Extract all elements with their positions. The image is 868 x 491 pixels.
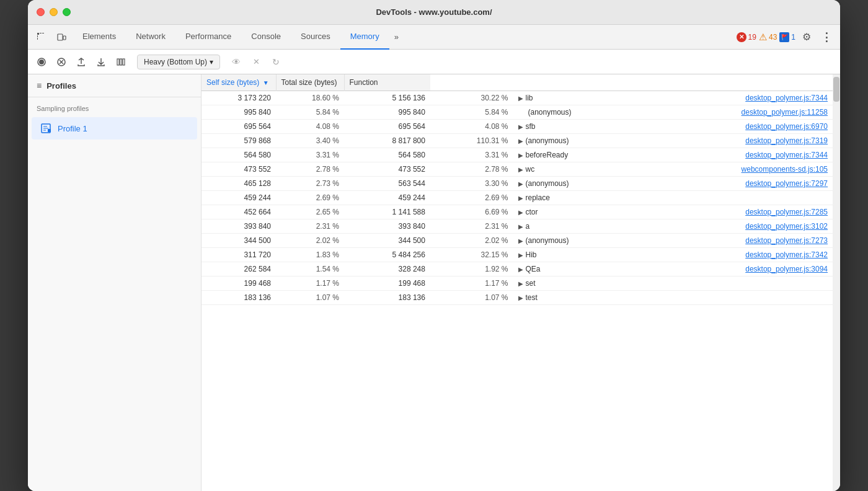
source-link[interactable]: desktop_polymer.js:7273 (745, 236, 828, 245)
device-toggle-icon[interactable] (53, 29, 70, 46)
sidebar-title: Profiles (46, 81, 76, 91)
clear-button[interactable] (53, 53, 70, 71)
tab-overflow-button[interactable]: » (389, 25, 404, 50)
col-header-total-size[interactable]: Total size (bytes) (276, 74, 344, 91)
cell-link[interactable]: desktop_polymer.js:7285 (640, 205, 833, 219)
inspect-icon[interactable] (33, 29, 50, 46)
cell-link[interactable]: desktop_polymer.js:7342 (640, 248, 833, 262)
cell-link[interactable]: desktop_polymer.js:3102 (640, 219, 833, 234)
cell-link[interactable]: desktop_polymer.js:7344 (640, 148, 833, 162)
tab-console[interactable]: Console (241, 25, 291, 50)
cell-total-pct: 2.31 % (430, 219, 513, 234)
tab-network[interactable]: Network (126, 25, 175, 50)
svg-rect-6 (63, 36, 66, 40)
expand-arrow-icon[interactable]: ▶ (518, 266, 523, 273)
expand-arrow-icon[interactable]: ▶ (518, 252, 523, 259)
more-options-icon[interactable]: ⋮ (818, 29, 835, 46)
cell-link[interactable]: desktop_polymer.js:7344 (640, 91, 833, 105)
top-toolbar: Elements Network Performance Console Sou… (28, 25, 840, 50)
profiles-settings-icon: ≡ (37, 81, 42, 91)
warning-badge[interactable]: ⚠ 43 (759, 32, 777, 43)
cell-self-pct: 1.83 % (276, 248, 344, 262)
expand-arrow-icon[interactable]: ▶ (518, 123, 523, 130)
expand-arrow-icon[interactable]: ▶ (518, 95, 523, 102)
expand-arrow-icon[interactable]: ▶ (518, 166, 523, 173)
columns-button[interactable] (112, 53, 130, 71)
cell-total-pct: 110.31 % (430, 134, 513, 148)
tab-memory[interactable]: Memory (340, 25, 389, 50)
error-icon: ✕ (737, 32, 746, 42)
table-row: 995 8405.84 %995 8405.84 %(anonymous)des… (202, 105, 833, 120)
expand-arrow-icon[interactable]: ▶ (518, 237, 523, 244)
expand-arrow-icon[interactable]: ▶ (518, 180, 523, 187)
scrollbar[interactable] (833, 74, 840, 491)
toolbar-right: ✕ 19 ⚠ 43 🚩 1 ⚙ ⋮ (737, 29, 835, 46)
source-link[interactable]: desktop_polymer.js:6970 (745, 122, 828, 131)
cell-link[interactable]: desktop_polymer.js:3094 (640, 262, 833, 276)
col-header-function[interactable]: Function (344, 74, 430, 91)
source-link[interactable]: desktop_polymer.js:7319 (745, 136, 828, 145)
tab-elements[interactable]: Elements (73, 25, 126, 50)
cell-self-pct: 2.02 % (276, 234, 344, 248)
dropdown-arrow-icon: ▾ (210, 58, 213, 66)
sidebar: ≡ Profiles Sampling profiles Profile 1 (28, 74, 202, 491)
source-link[interactable]: desktop_polymer.js:3102 (745, 222, 828, 231)
cell-function: ▶test (513, 291, 640, 305)
error-badge[interactable]: ✕ 19 (737, 32, 756, 42)
view-dropdown[interactable]: Heavy (Bottom Up) ▾ (137, 55, 220, 69)
refresh-icon[interactable]: ↻ (267, 53, 285, 71)
svg-point-8 (39, 60, 44, 64)
cell-total-pct: 2.69 % (430, 191, 513, 205)
source-link[interactable]: desktop_polymer.js:7297 (745, 179, 828, 188)
cell-link[interactable]: desktop_polymer.js:11258 (640, 105, 833, 120)
col-header-self-size[interactable]: Self size (bytes) ▼ (202, 74, 276, 91)
cell-total-size: 695 564 (344, 120, 430, 134)
cell-link[interactable]: desktop_polymer.js:7297 (640, 177, 833, 191)
devtools-window: DevTools - www.youtube.com/ (28, 0, 840, 491)
source-link[interactable]: desktop_polymer.js:3094 (745, 265, 828, 273)
cell-total-size: 328 248 (344, 262, 430, 276)
close-button[interactable] (37, 8, 45, 16)
expand-arrow-icon[interactable]: ▶ (518, 294, 523, 301)
expand-arrow-icon[interactable]: ▶ (518, 280, 523, 287)
minimize-button[interactable] (50, 8, 58, 16)
source-link[interactable]: desktop_polymer.js:7342 (745, 250, 828, 259)
cell-total-pct: 4.08 % (430, 120, 513, 134)
settings-icon[interactable]: ⚙ (798, 29, 815, 46)
cell-total-size: 199 468 (344, 276, 430, 291)
cell-self-pct: 1.54 % (276, 262, 344, 276)
tab-sources[interactable]: Sources (291, 25, 340, 50)
source-link[interactable]: webcomponents-sd.js:105 (742, 165, 828, 174)
expand-arrow-icon[interactable]: ▶ (518, 209, 523, 216)
upload-button[interactable] (73, 53, 90, 71)
cell-link[interactable]: desktop_polymer.js:7273 (640, 234, 833, 248)
cell-function: ▶ctor (513, 205, 640, 219)
expand-arrow-icon[interactable]: ▶ (518, 195, 523, 201)
source-link[interactable]: desktop_polymer.js:7344 (745, 94, 828, 102)
function-name: a (526, 222, 530, 231)
source-link[interactable]: desktop_polymer.js:7344 (745, 151, 828, 159)
filter-clear-icon[interactable]: ✕ (247, 53, 265, 71)
cell-total-size: 344 500 (344, 234, 430, 248)
table-container[interactable]: Self size (bytes) ▼ Total size (bytes) F… (202, 74, 840, 491)
source-link[interactable]: desktop_polymer.js:11258 (742, 108, 828, 117)
info-badge[interactable]: 🚩 1 (779, 32, 795, 42)
cell-link[interactable]: desktop_polymer.js:7319 (640, 134, 833, 148)
source-link[interactable]: desktop_polymer.js:7285 (745, 208, 828, 216)
cell-self-pct: 2.78 % (276, 162, 344, 177)
expand-arrow-icon[interactable]: ▶ (518, 138, 523, 144)
cell-link[interactable]: webcomponents-sd.js:105 (640, 162, 833, 177)
cell-self-size: 344 500 (202, 234, 276, 248)
maximize-button[interactable] (63, 8, 71, 16)
tab-performance[interactable]: Performance (175, 25, 241, 50)
cell-link[interactable]: desktop_polymer.js:6970 (640, 120, 833, 134)
download-button[interactable] (92, 53, 110, 71)
record-button[interactable] (33, 53, 50, 71)
expand-arrow-icon[interactable]: ▶ (518, 223, 523, 230)
expand-arrow-icon[interactable]: ▶ (518, 152, 523, 159)
svg-rect-14 (123, 59, 125, 65)
scrollbar-thumb[interactable] (833, 77, 839, 102)
cell-total-pct: 32.15 % (430, 248, 513, 262)
profile-item[interactable]: Profile 1 (32, 117, 197, 139)
visibility-icon[interactable]: 👁 (228, 53, 245, 71)
